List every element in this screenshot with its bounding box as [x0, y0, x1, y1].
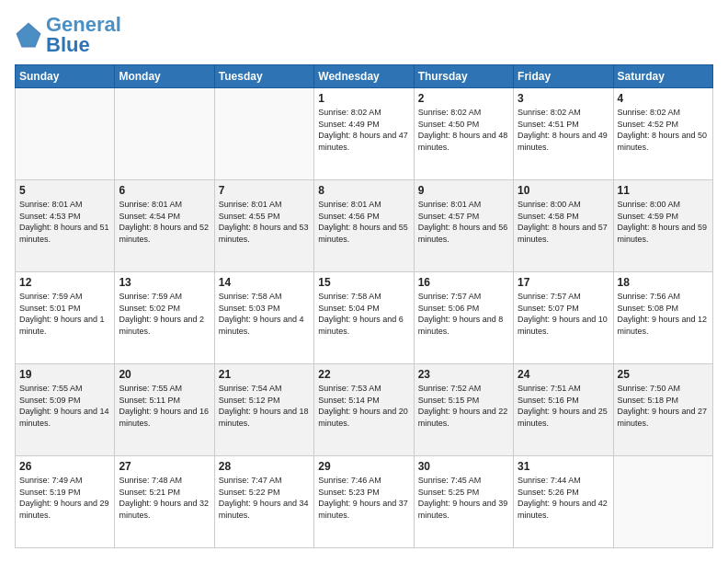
day-info: Sunrise: 8:02 AM Sunset: 4:50 PM Dayligh… [418, 107, 509, 153]
day-info: Sunrise: 8:00 AM Sunset: 4:58 PM Dayligh… [518, 199, 609, 245]
calendar-week-row: 5Sunrise: 8:01 AM Sunset: 4:53 PM Daylig… [16, 180, 713, 272]
calendar-cell: 8Sunrise: 8:01 AM Sunset: 4:56 PM Daylig… [314, 180, 414, 272]
day-number: 1 [318, 92, 409, 105]
day-number: 27 [119, 460, 210, 473]
day-info: Sunrise: 7:53 AM Sunset: 5:14 PM Dayligh… [318, 383, 409, 429]
day-info: Sunrise: 8:02 AM Sunset: 4:49 PM Dayligh… [318, 107, 409, 153]
day-number: 8 [318, 184, 409, 197]
calendar-week-row: 26Sunrise: 7:49 AM Sunset: 5:19 PM Dayli… [16, 456, 713, 548]
day-info: Sunrise: 7:58 AM Sunset: 5:03 PM Dayligh… [219, 291, 310, 337]
weekday-header: Wednesday [314, 65, 414, 88]
calendar-cell: 9Sunrise: 8:01 AM Sunset: 4:57 PM Daylig… [414, 180, 513, 272]
day-number: 11 [618, 184, 709, 197]
day-number: 2 [418, 92, 509, 105]
calendar-cell: 11Sunrise: 8:00 AM Sunset: 4:59 PM Dayli… [613, 180, 712, 272]
calendar-cell: 23Sunrise: 7:52 AM Sunset: 5:15 PM Dayli… [414, 364, 513, 456]
day-info: Sunrise: 7:59 AM Sunset: 5:02 PM Dayligh… [119, 291, 210, 337]
day-number: 23 [418, 368, 509, 381]
day-info: Sunrise: 7:54 AM Sunset: 5:12 PM Dayligh… [219, 383, 310, 429]
day-info: Sunrise: 7:56 AM Sunset: 5:08 PM Dayligh… [618, 291, 709, 337]
day-number: 18 [618, 276, 709, 289]
day-info: Sunrise: 7:44 AM Sunset: 5:26 PM Dayligh… [518, 475, 609, 521]
calendar-cell: 13Sunrise: 7:59 AM Sunset: 5:02 PM Dayli… [115, 272, 214, 364]
day-number: 31 [518, 460, 609, 473]
calendar-cell: 19Sunrise: 7:55 AM Sunset: 5:09 PM Dayli… [16, 364, 115, 456]
day-info: Sunrise: 7:48 AM Sunset: 5:21 PM Dayligh… [119, 475, 210, 521]
day-number: 22 [318, 368, 409, 381]
day-number: 16 [418, 276, 509, 289]
calendar-cell: 12Sunrise: 7:59 AM Sunset: 5:01 PM Dayli… [16, 272, 115, 364]
calendar-cell: 3Sunrise: 8:02 AM Sunset: 4:51 PM Daylig… [514, 88, 613, 180]
day-number: 12 [19, 276, 110, 289]
calendar-cell: 28Sunrise: 7:47 AM Sunset: 5:22 PM Dayli… [214, 456, 313, 548]
logo-icon [15, 21, 42, 49]
day-number: 15 [318, 276, 409, 289]
calendar-cell [115, 88, 214, 180]
calendar-cell: 21Sunrise: 7:54 AM Sunset: 5:12 PM Dayli… [214, 364, 313, 456]
day-info: Sunrise: 8:01 AM Sunset: 4:53 PM Dayligh… [19, 199, 110, 245]
day-info: Sunrise: 7:47 AM Sunset: 5:22 PM Dayligh… [219, 475, 310, 521]
calendar-week-row: 1Sunrise: 8:02 AM Sunset: 4:49 PM Daylig… [16, 88, 713, 180]
day-number: 10 [518, 184, 609, 197]
calendar-cell: 24Sunrise: 7:51 AM Sunset: 5:16 PM Dayli… [514, 364, 613, 456]
calendar-cell: 18Sunrise: 7:56 AM Sunset: 5:08 PM Dayli… [613, 272, 712, 364]
day-info: Sunrise: 7:45 AM Sunset: 5:25 PM Dayligh… [418, 475, 509, 521]
day-number: 30 [418, 460, 509, 473]
weekday-header: Friday [514, 65, 613, 88]
page: GeneralBlue SundayMondayTuesdayWednesday… [0, 0, 728, 563]
day-info: Sunrise: 8:01 AM Sunset: 4:55 PM Dayligh… [219, 199, 310, 245]
day-number: 29 [318, 460, 409, 473]
day-info: Sunrise: 8:01 AM Sunset: 4:54 PM Dayligh… [119, 199, 210, 245]
weekday-header: Saturday [613, 65, 712, 88]
calendar-cell: 10Sunrise: 8:00 AM Sunset: 4:58 PM Dayli… [514, 180, 613, 272]
day-number: 7 [219, 184, 310, 197]
day-number: 14 [219, 276, 310, 289]
day-number: 6 [119, 184, 210, 197]
calendar-cell: 6Sunrise: 8:01 AM Sunset: 4:54 PM Daylig… [115, 180, 214, 272]
calendar-cell: 29Sunrise: 7:46 AM Sunset: 5:23 PM Dayli… [314, 456, 414, 548]
day-info: Sunrise: 7:52 AM Sunset: 5:15 PM Dayligh… [418, 383, 509, 429]
weekday-header: Tuesday [214, 65, 313, 88]
calendar-cell: 25Sunrise: 7:50 AM Sunset: 5:18 PM Dayli… [613, 364, 712, 456]
day-number: 20 [119, 368, 210, 381]
calendar-cell: 26Sunrise: 7:49 AM Sunset: 5:19 PM Dayli… [16, 456, 115, 548]
day-number: 19 [19, 368, 110, 381]
calendar-cell: 22Sunrise: 7:53 AM Sunset: 5:14 PM Dayli… [314, 364, 414, 456]
day-info: Sunrise: 7:59 AM Sunset: 5:01 PM Dayligh… [19, 291, 110, 337]
header: GeneralBlue [15, 15, 713, 55]
day-number: 13 [119, 276, 210, 289]
calendar-table: SundayMondayTuesdayWednesdayThursdayFrid… [15, 64, 713, 548]
day-info: Sunrise: 8:02 AM Sunset: 4:52 PM Dayligh… [618, 107, 709, 153]
calendar-header-row: SundayMondayTuesdayWednesdayThursdayFrid… [16, 65, 713, 88]
calendar-cell: 20Sunrise: 7:55 AM Sunset: 5:11 PM Dayli… [115, 364, 214, 456]
day-info: Sunrise: 8:01 AM Sunset: 4:56 PM Dayligh… [318, 199, 409, 245]
calendar-body: 1Sunrise: 8:02 AM Sunset: 4:49 PM Daylig… [16, 88, 713, 548]
calendar-cell: 27Sunrise: 7:48 AM Sunset: 5:21 PM Dayli… [115, 456, 214, 548]
calendar-cell: 5Sunrise: 8:01 AM Sunset: 4:53 PM Daylig… [16, 180, 115, 272]
day-info: Sunrise: 7:49 AM Sunset: 5:19 PM Dayligh… [19, 475, 110, 521]
day-info: Sunrise: 7:57 AM Sunset: 5:07 PM Dayligh… [518, 291, 609, 337]
weekday-header: Thursday [414, 65, 513, 88]
day-info: Sunrise: 7:58 AM Sunset: 5:04 PM Dayligh… [318, 291, 409, 337]
logo-name: GeneralBlue [46, 15, 121, 55]
day-number: 3 [518, 92, 609, 105]
day-number: 25 [618, 368, 709, 381]
calendar-cell: 17Sunrise: 7:57 AM Sunset: 5:07 PM Dayli… [514, 272, 613, 364]
day-info: Sunrise: 8:02 AM Sunset: 4:51 PM Dayligh… [518, 107, 609, 153]
logo: GeneralBlue [15, 15, 121, 55]
day-number: 26 [19, 460, 110, 473]
day-number: 5 [19, 184, 110, 197]
day-number: 21 [219, 368, 310, 381]
weekday-header: Monday [115, 65, 214, 88]
day-info: Sunrise: 8:01 AM Sunset: 4:57 PM Dayligh… [418, 199, 509, 245]
calendar-week-row: 12Sunrise: 7:59 AM Sunset: 5:01 PM Dayli… [16, 272, 713, 364]
day-info: Sunrise: 7:55 AM Sunset: 5:09 PM Dayligh… [19, 383, 110, 429]
calendar-cell: 16Sunrise: 7:57 AM Sunset: 5:06 PM Dayli… [414, 272, 513, 364]
calendar-cell [613, 456, 712, 548]
day-number: 9 [418, 184, 509, 197]
day-number: 17 [518, 276, 609, 289]
day-info: Sunrise: 8:00 AM Sunset: 4:59 PM Dayligh… [618, 199, 709, 245]
weekday-header: Sunday [16, 65, 115, 88]
calendar-cell: 15Sunrise: 7:58 AM Sunset: 5:04 PM Dayli… [314, 272, 414, 364]
day-info: Sunrise: 7:55 AM Sunset: 5:11 PM Dayligh… [119, 383, 210, 429]
